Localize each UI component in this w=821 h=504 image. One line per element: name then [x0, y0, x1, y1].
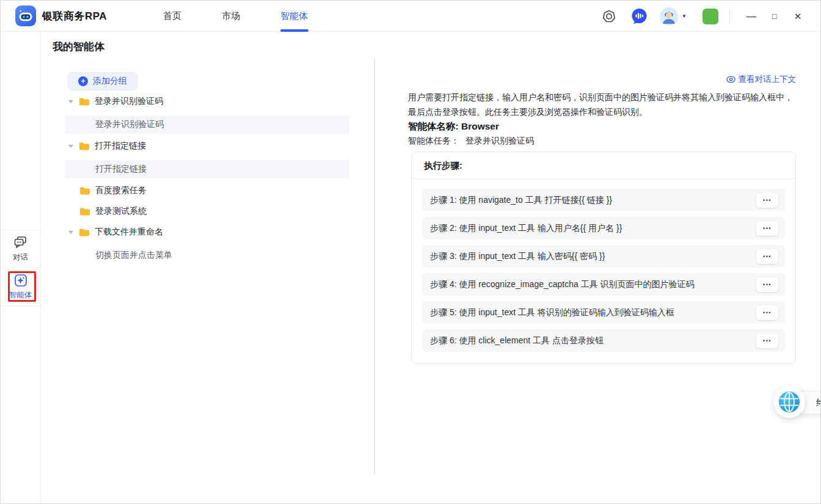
tree-item[interactable]: 登录并识别验证码	[65, 115, 349, 134]
window-close-button[interactable]: ✕	[786, 1, 809, 32]
chevron-down-icon[interactable]: ▼	[682, 13, 687, 19]
tab-home[interactable]: 首页	[161, 1, 184, 32]
step-text: 步骤 2: 使用 input_text 工具 输入用户名{{ 用户名 }}	[430, 223, 622, 234]
brand: 银联商务RPA	[1, 5, 107, 26]
more-icon[interactable]: •••	[756, 193, 778, 208]
tree-item-label: 切换页面并点击菜单	[95, 250, 172, 261]
steps-header: 执行步骤:	[412, 152, 795, 179]
step-row[interactable]: 步骤 4: 使用 recognize_image_captcha 工具 识别页面…	[421, 273, 786, 296]
tree-item-label: 登录并识别验证码	[95, 119, 164, 130]
step-text: 步骤 6: 使用 click_element 工具 点击登录按钮	[430, 335, 604, 346]
brand-title: 银联商务RPA	[42, 9, 107, 23]
step-text: 步骤 3: 使用 input_text 工具 输入密码{{ 密码 }}	[430, 251, 605, 262]
agent-task-value: 登录并识别验证码	[465, 136, 534, 145]
task-description: 用户需要打开指定链接，输入用户名和密码，识别页面中的图片验证码并将其输入到验证码…	[408, 90, 798, 119]
more-icon[interactable]: •••	[756, 221, 778, 236]
more-icon[interactable]: •••	[756, 305, 778, 320]
tree-item-label: 打开指定链接	[95, 164, 147, 175]
more-icon[interactable]: •••	[756, 249, 778, 264]
panel-divider	[374, 59, 375, 474]
main-nav: 首页 市场 智能体	[161, 1, 310, 32]
tree-group-label: 登录测试系统	[95, 206, 147, 217]
rail-item-chat-label: 对话	[13, 252, 28, 263]
folder-icon	[79, 228, 90, 237]
tree-group-label: 下载文件并重命名	[95, 227, 163, 238]
add-group-button[interactable]: + 添加分组	[68, 72, 137, 90]
top-bar: 银联商务RPA 首页 市场 智能体	[1, 1, 820, 32]
add-group-label: 添加分组	[93, 76, 127, 87]
globe-button[interactable]	[773, 386, 805, 418]
step-row[interactable]: 步骤 6: 使用 click_element 工具 点击登录按钮 •••	[421, 329, 786, 352]
tree-group[interactable]: 登录并识别验证码	[65, 95, 349, 108]
left-rail: 对话 智能体	[1, 32, 41, 504]
window-maximize-button[interactable]: □	[763, 1, 786, 32]
step-text: 步骤 1: 使用 navigate_to 工具 打开链接{{ 链接 }}	[430, 195, 612, 206]
user-avatar[interactable]	[660, 7, 678, 26]
plus-icon: +	[78, 76, 88, 86]
view-context-link[interactable]: 查看对话上下文	[404, 74, 796, 85]
more-icon[interactable]: •••	[756, 334, 778, 348]
tree-group[interactable]: 登录测试系统	[65, 205, 349, 218]
tree-item[interactable]: 切换页面并点击菜单	[65, 246, 349, 265]
agent-sparkle-icon	[14, 274, 27, 287]
chat-bubbles-icon	[13, 236, 27, 249]
tree-group-label: 百度搜索任务	[95, 185, 147, 196]
caret-down-icon[interactable]	[68, 145, 73, 148]
steps-list: 步骤 1: 使用 navigate_to 工具 打开链接{{ 链接 }} •••…	[412, 179, 795, 363]
settings-icon[interactable]	[602, 9, 616, 24]
tab-agents[interactable]: 智能体	[278, 1, 310, 32]
tree-group[interactable]: 下载文件并重命名	[65, 225, 349, 239]
window-minimize-button[interactable]: —	[740, 1, 763, 32]
tree-group-label: 打开指定链接	[95, 141, 146, 152]
folder-icon	[79, 97, 90, 106]
step-row[interactable]: 步骤 2: 使用 input_text 工具 输入用户名{{ 用户名 }} ••…	[421, 217, 786, 239]
agent-name-label: 智能体名称:	[408, 121, 459, 131]
tree-group[interactable]: 打开指定链接	[65, 139, 349, 153]
step-text: 步骤 4: 使用 recognize_image_captcha 工具 识别页面…	[430, 279, 695, 290]
globe-icon	[778, 390, 801, 414]
agent-tree: 登录并识别验证码 登录并识别验证码 打开指定链接 打开指定链接 百度搜索任务 登…	[65, 95, 349, 270]
topbar-actions: ▼ — □ ✕	[602, 1, 809, 32]
rail-item-agents-label: 智能体	[9, 290, 32, 301]
view-context-label: 查看对话上下文	[739, 74, 797, 85]
tree-group[interactable]: 百度搜索任务	[65, 184, 349, 197]
folder-icon	[79, 186, 90, 195]
agent-name-line: 智能体名称: Browser	[408, 120, 499, 133]
app-window: 银联商务RPA 首页 市场 智能体	[0, 0, 821, 504]
tree-item[interactable]: 打开指定链接	[65, 160, 349, 178]
terminal-label: 终端	[816, 397, 821, 409]
agent-name-value: Browser	[461, 121, 499, 131]
rail-item-agents[interactable]: 智能体	[1, 268, 40, 306]
eye-icon	[726, 76, 735, 83]
status-tile[interactable]	[702, 9, 718, 24]
agent-task-line: 智能体任务： 登录并识别验证码	[408, 136, 534, 147]
divider	[729, 9, 730, 24]
page-title: 我的智能体	[53, 40, 104, 54]
app-logo-robot-icon	[15, 5, 36, 26]
tree-group-label: 登录并识别验证码	[95, 96, 163, 107]
folder-icon	[79, 207, 90, 216]
step-row[interactable]: 步骤 1: 使用 navigate_to 工具 打开链接{{ 链接 }} •••	[421, 189, 786, 211]
step-text: 步骤 5: 使用 input_text 工具 将识别的验证码输入到验证码输入框	[430, 307, 674, 318]
step-row[interactable]: 步骤 5: 使用 input_text 工具 将识别的验证码输入到验证码输入框 …	[421, 301, 786, 324]
tab-market[interactable]: 市场	[219, 1, 243, 32]
agent-task-label: 智能体任务：	[408, 136, 459, 145]
steps-card: 执行步骤: 步骤 1: 使用 navigate_to 工具 打开链接{{ 链接 …	[411, 152, 796, 363]
voice-chat-icon[interactable]	[631, 8, 648, 24]
rail-item-chat[interactable]: 对话	[1, 230, 40, 268]
caret-down-icon[interactable]	[68, 100, 73, 103]
user-menu[interactable]: ▼	[660, 7, 687, 26]
more-icon[interactable]: •••	[756, 277, 778, 292]
folder-icon	[79, 142, 90, 151]
step-row[interactable]: 步骤 3: 使用 input_text 工具 输入密码{{ 密码 }} •••	[421, 245, 786, 268]
caret-down-icon[interactable]	[68, 231, 73, 234]
